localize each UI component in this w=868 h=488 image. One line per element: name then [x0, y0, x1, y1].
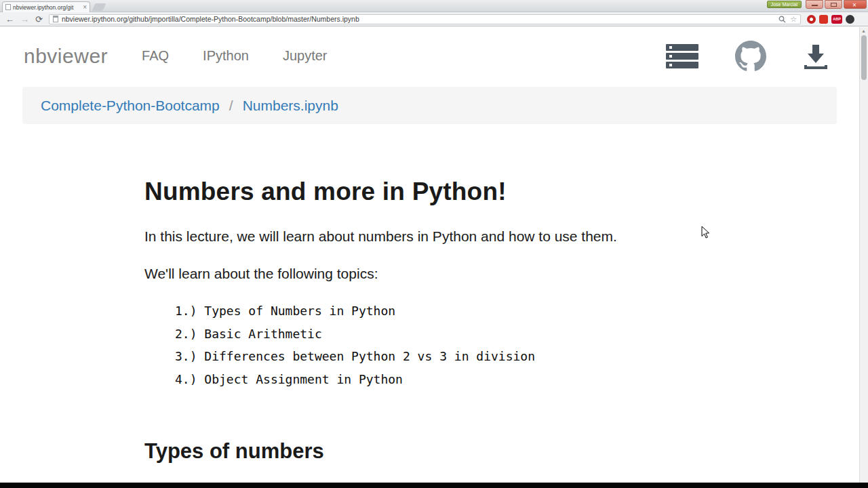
site-nav: FAQ IPython Jupyter [142, 48, 666, 64]
close-window-button[interactable]: × [844, 0, 867, 9]
adblock-plus-icon[interactable]: ABP [831, 15, 842, 24]
forward-icon[interactable]: → [20, 15, 29, 24]
header-icons [666, 41, 829, 72]
address-bar[interactable]: nbviewer.ipython.org/github/jmportilla/C… [49, 14, 801, 24]
bookmark-star-icon[interactable]: ☆ [790, 16, 797, 23]
nav-item-ipython[interactable]: IPython [203, 48, 249, 64]
close-window-icon: × [852, 2, 856, 8]
browser-tab[interactable]: nbviewer.ipython.org/git × [2, 1, 90, 12]
breadcrumb-repo-link[interactable]: Complete-Python-Bootcamp [41, 98, 220, 114]
breadcrumb-separator: / [229, 98, 233, 114]
tab-close-icon[interactable]: × [83, 4, 87, 11]
url-text[interactable]: nbviewer.ipython.org/github/jmportilla/C… [62, 15, 775, 23]
extension-red-icon[interactable] [819, 15, 828, 24]
topics-list: 1.) Types of Numbers in Python 2.) Basic… [175, 300, 859, 390]
user-badge: Jose Marcial [767, 1, 802, 8]
tab-title: nbviewer.ipython.org/git [13, 4, 81, 11]
nav-item-jupyter[interactable]: Jupyter [283, 48, 328, 64]
scroll-up-icon[interactable]: ▲ [861, 28, 866, 33]
scrollbar[interactable]: ▲ [859, 27, 868, 483]
download-icon[interactable] [803, 43, 829, 70]
new-tab-button[interactable] [92, 3, 106, 11]
topics-lead: We'll learn about the following topics: [144, 266, 859, 282]
extension-record-icon[interactable] [807, 15, 816, 24]
topic-item: 4.) Object Assignment in Python [175, 368, 859, 391]
browser-navbar: ← → ⟳ nbviewer.ipython.org/github/jmport… [0, 12, 868, 26]
scrollbar-thumb[interactable] [861, 35, 867, 80]
section-title: Types of numbers [144, 439, 859, 464]
browser-titlebar: nbviewer.ipython.org/git × Jose Marcial … [0, 0, 868, 12]
window-controls: Jose Marcial × [767, 0, 867, 9]
github-icon[interactable] [735, 41, 766, 72]
page-icon [53, 16, 58, 22]
maximize-button[interactable] [825, 0, 842, 9]
site-header: nbviewer FAQ IPython Jupyter [0, 26, 859, 85]
breadcrumb: Complete-Python-Bootcamp / Numbers.ipynb [22, 87, 837, 124]
notebook-content: Numbers and more in Python! In this lect… [0, 178, 859, 464]
topic-item: 3.) Differences between Python 2 vs 3 in… [175, 345, 859, 368]
tab-favicon-icon [5, 4, 11, 10]
notebook-intro: In this lecture, we will learn about num… [144, 228, 859, 245]
minimize-button[interactable] [806, 0, 823, 9]
extension-dark-icon[interactable] [846, 15, 854, 24]
bottom-bar [0, 483, 868, 488]
topic-item: 1.) Types of Numbers in Python [175, 300, 859, 323]
breadcrumb-file-link[interactable]: Numbers.ipynb [243, 98, 338, 114]
nbviewer-page: nbviewer FAQ IPython Jupyter [0, 26, 859, 464]
topic-item: 2.) Basic Arithmetic [175, 323, 859, 346]
notebook-title: Numbers and more in Python! [144, 178, 859, 206]
refresh-icon[interactable]: ⟳ [35, 15, 43, 24]
nav-item-faq[interactable]: FAQ [142, 48, 169, 64]
zoom-search-icon[interactable] [778, 16, 786, 23]
back-icon[interactable]: ← [5, 15, 14, 24]
extension-icons: ABP [807, 15, 863, 24]
nbviewer-logo[interactable]: nbviewer [24, 45, 108, 68]
notebook-list-icon[interactable] [666, 44, 698, 68]
